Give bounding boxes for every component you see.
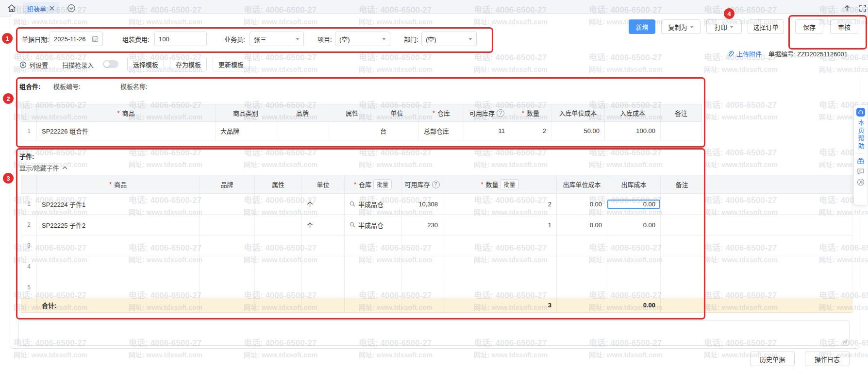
home-icon[interactable] (7, 3, 17, 13)
product-cell[interactable] (37, 256, 200, 277)
unit-cell[interactable] (302, 277, 345, 298)
add-button[interactable]: 新增 (629, 19, 655, 34)
operation-log-button[interactable]: 操作日志 (805, 352, 850, 366)
dept-select[interactable]: (空) (421, 32, 477, 46)
warehouse-cell[interactable] (345, 256, 401, 277)
copy-as-button[interactable]: 复制为 (661, 19, 701, 34)
document-remark-textarea[interactable] (18, 320, 850, 346)
audit-button[interactable]: 审核 (830, 19, 858, 34)
available-cell[interactable]: 230 (401, 215, 443, 235)
unit-cost-cell[interactable]: 0.00 (557, 194, 607, 215)
save-button[interactable]: 保存 (795, 19, 823, 34)
available-cell[interactable]: 10,308 (401, 194, 443, 215)
unit-cell[interactable]: 台 (375, 122, 419, 140)
total-cost-cell[interactable] (607, 256, 661, 277)
attribute-cell[interactable] (255, 277, 302, 298)
salesman-select[interactable]: 张三 (250, 32, 304, 46)
quantity-cell[interactable]: 2 (510, 122, 551, 140)
total-cost-cell[interactable]: 0.00 (607, 215, 661, 235)
tab-assembly-order[interactable]: 组装单 (22, 2, 59, 15)
feedback-comment-icon[interactable] (857, 168, 865, 175)
quantity-cell[interactable] (443, 235, 557, 256)
product-cell[interactable]: SP22224 子件1 (37, 194, 200, 215)
unit-cost-cell[interactable]: 0.00 (557, 215, 607, 235)
calendar-icon[interactable] (92, 35, 99, 42)
product-cell[interactable]: SP22225 子件2 (37, 215, 200, 235)
unit-cost-cell[interactable] (557, 256, 607, 277)
remark-cell[interactable] (661, 215, 703, 235)
remark-cell[interactable] (661, 235, 703, 256)
total-cost-cell[interactable]: 100.00 (605, 122, 661, 140)
attribute-cell[interactable] (329, 122, 375, 140)
help-icon[interactable]: ? (497, 109, 504, 117)
unit-cost-cell[interactable]: 50.00 (551, 122, 605, 140)
quantity-cell[interactable] (443, 277, 557, 298)
remark-cell[interactable] (661, 256, 703, 277)
attribute-cell[interactable] (255, 235, 302, 256)
fullscreen-icon[interactable] (858, 4, 867, 13)
brand-cell[interactable] (200, 277, 255, 298)
upload-attachment-link[interactable]: 上传附件 (727, 49, 762, 58)
brand-cell[interactable] (200, 235, 255, 256)
update-template-button[interactable]: 更新模板 (213, 57, 250, 71)
unit-cell[interactable] (302, 256, 345, 277)
total-cost-cell[interactable] (607, 277, 661, 298)
scanner-entry-toggle[interactable] (103, 60, 118, 68)
warehouse-cell[interactable]: 总部仓库 (419, 122, 464, 140)
quantity-batch-button[interactable]: 批量 (501, 179, 519, 189)
print-button[interactable]: 打印 (706, 19, 742, 34)
total-cost-cell[interactable] (607, 235, 661, 256)
remark-cell[interactable] (661, 277, 703, 298)
collapse-panel-icon[interactable] (857, 178, 865, 186)
brand-cell[interactable] (200, 194, 255, 215)
attribute-cell[interactable] (255, 215, 302, 235)
help-icon[interactable]: ? (432, 181, 440, 188)
unit-cell[interactable]: 个 (302, 215, 345, 235)
available-cell[interactable] (401, 277, 443, 298)
available-cell[interactable]: 11 (464, 122, 510, 140)
product-cell[interactable] (37, 277, 200, 298)
show-hide-children-link[interactable]: 显示/隐藏子件 (19, 163, 67, 172)
product-cell[interactable] (37, 235, 200, 256)
fee-input[interactable]: 100 (154, 32, 207, 46)
customer-service-icon[interactable] (856, 108, 865, 117)
category-cell[interactable]: 大品牌 (216, 122, 276, 140)
available-cell[interactable] (401, 235, 443, 256)
quantity-cell[interactable]: 2 (443, 194, 557, 215)
brand-cell[interactable] (200, 256, 255, 277)
available-cell[interactable] (401, 256, 443, 277)
scroll-top-icon[interactable] (843, 4, 851, 13)
warehouse-cell[interactable]: 半成品仓 (345, 194, 401, 215)
attribute-cell[interactable] (255, 194, 302, 215)
unit-cell[interactable]: 个 (302, 194, 345, 215)
history-documents-button[interactable]: 历史单据 (750, 352, 795, 366)
select-template-button[interactable]: 选择模板 (127, 57, 164, 71)
quantity-cell[interactable]: 1 (443, 215, 557, 235)
quantity-cell[interactable] (443, 256, 557, 277)
warehouse-cell[interactable]: 半成品仓 (345, 215, 401, 235)
unit-cell[interactable] (302, 235, 345, 256)
warehouse-cell[interactable] (345, 277, 401, 298)
attribute-cell[interactable] (255, 256, 302, 277)
column-settings-button[interactable]: 列设置 (19, 58, 48, 71)
search-icon[interactable] (350, 201, 355, 207)
product-cell[interactable]: SP22226 组合件 (37, 122, 216, 140)
date-input[interactable]: 2025-11-26 (50, 32, 103, 46)
select-order-button[interactable]: 选择订单 (748, 19, 784, 34)
search-icon[interactable] (350, 222, 355, 228)
project-select[interactable]: (空) (335, 32, 390, 46)
resize-handle-icon[interactable] (843, 339, 848, 344)
warehouse-cell[interactable] (345, 235, 401, 256)
total-cost-cell-focused[interactable]: 0.00 (607, 194, 661, 215)
warehouse-batch-button[interactable]: 批量 (373, 179, 392, 189)
page-help-link[interactable]: 本页帮助 (856, 119, 866, 151)
unit-cost-cell[interactable] (557, 235, 607, 256)
close-icon[interactable] (50, 6, 54, 11)
gift-icon[interactable] (857, 157, 865, 165)
brand-cell[interactable] (276, 122, 329, 140)
remark-cell[interactable] (661, 122, 702, 140)
brand-cell[interactable] (200, 215, 255, 235)
remark-cell[interactable] (661, 194, 703, 215)
tab-history-icon[interactable] (67, 4, 76, 13)
save-as-template-button[interactable]: 存为模板 (170, 57, 207, 71)
